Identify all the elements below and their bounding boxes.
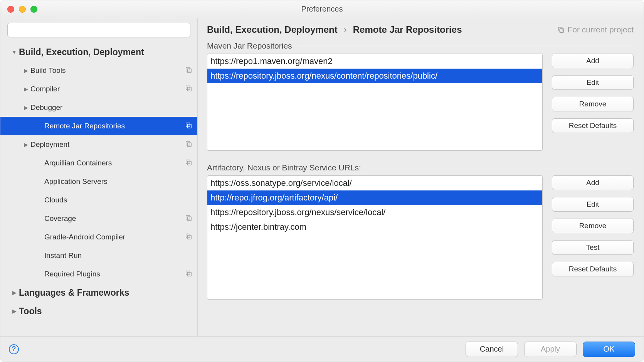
tree-item[interactable]: Arquillian Containers — [0, 154, 197, 172]
tree-item[interactable]: Clouds — [0, 191, 197, 209]
search-wrap: ▾ — [0, 23, 197, 43]
services-remove-button[interactable]: Remove — [552, 219, 634, 233]
tree-item[interactable]: ▶Compiler — [0, 80, 197, 98]
disclosure-arrow-icon[interactable]: ▶ — [21, 67, 30, 74]
maven-section-header: Maven Jar Repositories — [207, 41, 634, 51]
tree-item-label: Gradle-Android Compiler — [44, 233, 185, 241]
titlebar: Preferences — [0, 0, 644, 18]
svg-rect-18 — [558, 27, 562, 31]
tree-item[interactable]: ▶Deployment — [0, 135, 197, 154]
breadcrumb-parent: Build, Execution, Deployment — [207, 24, 338, 35]
maven-add-button[interactable]: Add — [552, 54, 634, 68]
disclosure-arrow-icon[interactable]: ▼ — [10, 49, 19, 55]
tree-item[interactable]: Remote Jar Repositories — [0, 117, 197, 135]
copy-icon — [185, 66, 192, 75]
svg-rect-10 — [186, 160, 190, 163]
maven-section-title: Maven Jar Repositories — [207, 41, 292, 51]
disclosure-arrow-icon[interactable]: ▶ — [21, 141, 30, 148]
copy-icon — [185, 214, 192, 223]
services-test-button[interactable]: Test — [552, 240, 634, 255]
tree-item-label: Compiler — [30, 85, 185, 93]
tree-item-label: Required Plugins — [44, 270, 185, 278]
svg-rect-2 — [186, 67, 190, 71]
disclosure-arrow-icon[interactable]: ▶ — [10, 308, 19, 314]
svg-rect-15 — [187, 235, 191, 239]
tree-item[interactable]: ▶Build Tools — [0, 61, 197, 80]
list-item[interactable]: https://repo1.maven.org/maven2 — [207, 54, 542, 69]
tree-item[interactable]: ▼Build, Execution, Deployment — [0, 43, 197, 61]
svg-rect-16 — [186, 271, 190, 274]
svg-rect-7 — [187, 124, 191, 128]
tree-item[interactable]: ▶Languages & Frameworks — [0, 283, 197, 302]
list-item[interactable]: https://oss.sonatype.org/service/local/ — [207, 176, 542, 190]
tree-item[interactable]: Coverage — [0, 209, 197, 228]
tree-item-label: Build, Execution, Deployment — [19, 47, 192, 57]
list-item[interactable]: http://repo.jfrog.org/artifactory/api/ — [207, 190, 542, 205]
svg-rect-19 — [560, 29, 564, 32]
maven-edit-button[interactable]: Edit — [552, 75, 634, 90]
svg-rect-17 — [187, 272, 191, 276]
disclosure-arrow-icon[interactable]: ▶ — [10, 290, 19, 296]
tree-item-label: Tools — [19, 306, 192, 317]
services-section-header: Artifactory, Nexus or Bintray Service UR… — [207, 163, 634, 172]
settings-tree[interactable]: ▼Build, Execution, Deployment▶Build Tool… — [0, 43, 197, 336]
svg-rect-12 — [186, 215, 190, 219]
tree-item-label: Debugger — [30, 103, 192, 112]
services-edit-button[interactable]: Edit — [552, 197, 634, 212]
tree-item-label: Instant Run — [44, 251, 192, 260]
window-title: Preferences — [0, 5, 644, 13]
svg-rect-11 — [187, 161, 191, 165]
svg-rect-6 — [186, 123, 190, 126]
svg-rect-9 — [187, 143, 191, 146]
copy-icon — [185, 140, 192, 149]
tree-item[interactable]: ▶Debugger — [0, 98, 197, 117]
services-button-column: Add Edit Remove Test Reset Defaults — [552, 175, 634, 276]
disclosure-arrow-icon[interactable]: ▶ — [21, 86, 30, 92]
services-section-title: Artifactory, Nexus or Bintray Service UR… — [207, 163, 361, 172]
tree-item[interactable]: Gradle-Android Compiler — [0, 228, 197, 246]
breadcrumb-current: Remote Jar Repositories — [353, 24, 462, 35]
help-button[interactable]: ? — [9, 344, 19, 354]
dialog-footer: ? Cancel Apply OK — [0, 336, 644, 362]
tree-item-label: Remote Jar Repositories — [44, 122, 185, 130]
tree-item[interactable]: Application Servers — [0, 172, 197, 191]
maven-remove-button[interactable]: Remove — [552, 97, 634, 111]
divider — [299, 46, 634, 46]
svg-rect-13 — [187, 217, 191, 221]
copy-icon — [185, 233, 192, 242]
scope-label: For current project — [567, 25, 634, 34]
sidebar: ▾ ▼Build, Execution, Deployment▶Build To… — [0, 18, 198, 336]
breadcrumb: Build, Execution, Deployment › Remote Ja… — [207, 24, 557, 35]
tree-item-label: Languages & Frameworks — [19, 288, 192, 298]
svg-rect-14 — [186, 234, 190, 237]
maven-reset-defaults-button[interactable]: Reset Defaults — [552, 118, 634, 133]
copy-icon — [185, 85, 192, 94]
services-add-button[interactable]: Add — [552, 175, 634, 190]
tree-item[interactable]: ▶Tools — [0, 302, 197, 320]
copy-icon — [185, 159, 192, 168]
list-item[interactable]: https://repository.jboss.org/nexus/conte… — [207, 69, 542, 83]
svg-rect-4 — [186, 86, 190, 89]
content-panel: Build, Execution, Deployment › Remote Ja… — [198, 18, 644, 336]
services-section-body: https://oss.sonatype.org/service/local/h… — [207, 175, 634, 300]
tree-item-label: Deployment — [30, 140, 185, 149]
service-urls-list[interactable]: https://oss.sonatype.org/service/local/h… — [207, 175, 543, 300]
apply-button[interactable]: Apply — [524, 342, 577, 357]
svg-rect-3 — [187, 69, 191, 72]
tree-item-label: Arquillian Containers — [44, 159, 185, 167]
svg-rect-5 — [187, 87, 191, 91]
copy-icon — [557, 26, 564, 33]
cancel-button[interactable]: Cancel — [466, 342, 518, 357]
search-input[interactable] — [7, 23, 190, 37]
maven-repositories-list[interactable]: https://repo1.maven.org/maven2https://re… — [207, 54, 543, 151]
ok-button[interactable]: OK — [583, 342, 635, 357]
list-item[interactable]: https://repository.jboss.org/nexus/servi… — [207, 205, 542, 220]
tree-item-label: Application Servers — [44, 177, 192, 186]
disclosure-arrow-icon[interactable]: ▶ — [21, 104, 30, 111]
services-reset-defaults-button[interactable]: Reset Defaults — [552, 262, 634, 276]
tree-item[interactable]: Required Plugins — [0, 265, 197, 283]
list-item[interactable]: https://jcenter.bintray.com — [207, 220, 542, 234]
tree-item[interactable]: Instant Run — [0, 246, 197, 265]
divider — [368, 168, 634, 168]
copy-icon — [185, 270, 192, 279]
